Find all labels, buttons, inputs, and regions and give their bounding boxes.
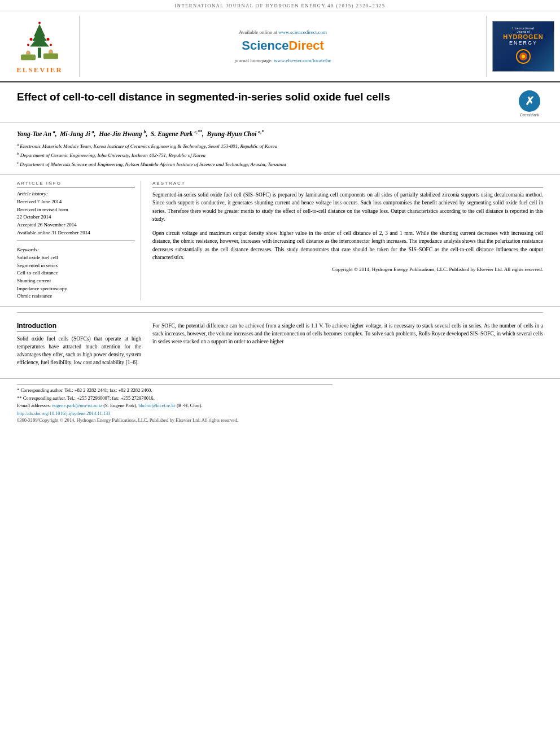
- keyword-5: Impedance spectroscopy: [17, 285, 135, 292]
- history-revised-label: Received in revised form: [17, 206, 135, 213]
- svg-point-8: [38, 22, 41, 24]
- article-history-label: Article history:: [17, 191, 135, 196]
- keyword-2: Segmented in series: [17, 262, 135, 269]
- available-online-text: Available online at www.sciencedirect.co…: [239, 29, 327, 35]
- crossmark-circle: ✗: [519, 90, 540, 112]
- abstract-paragraph-1: Segmented-in-series solid oxide fuel cel…: [152, 191, 543, 223]
- abstract-paragraph-2: Open circuit voltage and maximum output …: [152, 229, 543, 261]
- keywords-label: Keywords:: [17, 247, 135, 252]
- journal-bar: INTERNATIONAL JOURNAL OF HYDROGEN ENERGY…: [0, 0, 560, 11]
- issn-line: 0360-3199/Copyright © 2014, Hydrogen Ene…: [17, 417, 543, 423]
- keyword-3: Cell-to-cell distance: [17, 269, 135, 277]
- elsevier-wordmark: ELSEVIER: [16, 65, 63, 75]
- abstract-copyright: Copyright © 2014, Hydrogen Energy Public…: [152, 266, 543, 273]
- svg-rect-11: [21, 55, 36, 60]
- history-available: Available online 31 December 2014: [17, 229, 135, 237]
- introduction-section: Introduction Solid oxide fuel cells (SOF…: [0, 318, 560, 373]
- crossmark-badge: ✗ CrossMark: [516, 90, 543, 117]
- header-center: Available online at www.sciencedirect.co…: [79, 16, 487, 77]
- introduction-title: Introduction: [17, 322, 56, 331]
- svg-rect-0: [38, 48, 41, 58]
- history-revised-date: 22 October 2014: [17, 213, 135, 221]
- crossmark-label: CrossMark: [520, 113, 539, 117]
- article-info-column: ARTICLE INFO Article history: Received 7…: [17, 181, 141, 300]
- email-link-1[interactable]: eugene.park@nm-ist.ac.tz: [52, 403, 102, 408]
- svg-point-7: [50, 44, 52, 46]
- svg-rect-12: [43, 54, 58, 59]
- authors-line: Yong-Tae An a, Mi-Jung Ji a, Hae-Jin Hwa…: [17, 129, 543, 139]
- email-line: E-mail addresses: eugene.park@nm-ist.ac.…: [17, 403, 543, 409]
- elsevier-logo: ELSEVIER: [0, 16, 79, 77]
- keyword-4: Shunting current: [17, 277, 135, 285]
- history-received: Received 7 June 2014: [17, 198, 135, 206]
- intro-right-text: For SOFC, the potential difference can b…: [152, 322, 543, 346]
- abstract-header: ABSTRACT: [152, 181, 543, 187]
- article-title: Effect of cell-to-cell distance in segme…: [17, 90, 516, 104]
- keyword-6: Ohmic resistance: [17, 292, 135, 300]
- intro-right-column: For SOFC, the potential difference can b…: [152, 322, 543, 367]
- section-divider: [17, 312, 543, 313]
- journal-homepage-link[interactable]: www.elsevier.com/locate/he: [274, 58, 331, 63]
- journal-homepage: journal homepage: www.elsevier.com/locat…: [235, 58, 331, 63]
- doi-line: http://dx.doi.org/10.1016/j.ijhydene.201…: [17, 410, 543, 416]
- sciencedirect-logo: ScienceDirect: [242, 38, 324, 53]
- svg-point-6: [27, 44, 29, 46]
- corresponding-2: ** Corresponding author. Tel.: +255 2729…: [17, 395, 543, 402]
- keywords-section: Keywords: Solid oxide fuel cell Segmente…: [17, 247, 135, 300]
- article-info-abstract-section: ARTICLE INFO Article history: Received 7…: [0, 175, 560, 307]
- hydrogen-energy-logo: International Journal of HYDROGEN ENERGY: [487, 16, 560, 77]
- footer-notes: * Corresponding author. Tel.: +82 2 3282…: [0, 378, 560, 427]
- affiliation-c: c Department of Materials Science and En…: [17, 160, 543, 168]
- sciencedirect-link[interactable]: www.sciencedirect.com: [278, 29, 327, 35]
- abstract-column: ABSTRACT Segmented-in-series solid oxide…: [152, 181, 543, 300]
- affiliation-a: a Electronic Materials Module Team, Kore…: [17, 142, 543, 150]
- intro-left-text: Solid oxide fuel cells (SOFCs) that oper…: [17, 335, 141, 367]
- svg-point-15: [522, 55, 525, 58]
- history-accepted: Accepted 26 November 2014: [17, 221, 135, 229]
- header-section: ELSEVIER Available online at www.science…: [0, 11, 560, 82]
- intro-left-column: Introduction Solid oxide fuel cells (SOF…: [17, 322, 141, 367]
- email-link-2[interactable]: bhchoi@kicet.re.kr: [138, 403, 175, 408]
- article-info-header: ARTICLE INFO: [17, 181, 135, 187]
- title-section: Effect of cell-to-cell distance in segme…: [0, 82, 560, 123]
- svg-point-4: [30, 38, 33, 41]
- authors-section: Yong-Tae An a, Mi-Jung Ji a, Hae-Jin Hwa…: [0, 123, 560, 175]
- doi-link[interactable]: http://dx.doi.org/10.1016/j.ijhydene.201…: [17, 410, 111, 416]
- affiliation-b: b Department of Ceramic Engineering, Inh…: [17, 151, 543, 159]
- footer-divider: [17, 385, 333, 385]
- keyword-1: Solid oxide fuel cell: [17, 254, 135, 261]
- svg-point-5: [47, 38, 50, 41]
- corresponding-1: * Corresponding author. Tel.: +82 2 3282…: [17, 387, 543, 394]
